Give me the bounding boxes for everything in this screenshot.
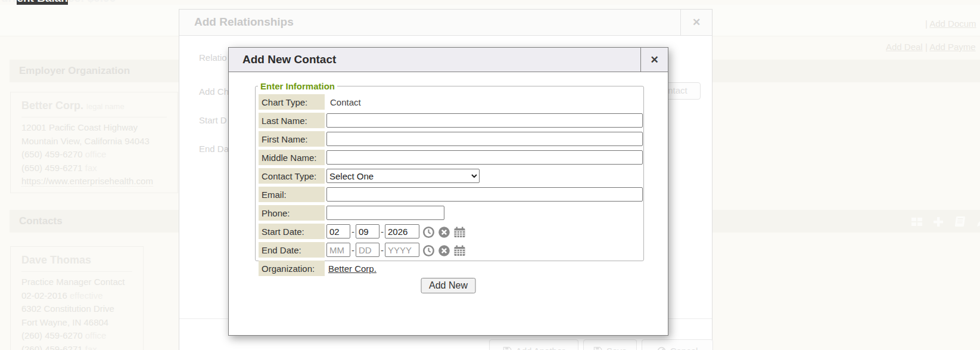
middle-name-input[interactable] — [326, 150, 643, 165]
save-button[interactable]: Save — [583, 339, 637, 350]
add-deal-link[interactable]: Add Deal — [886, 42, 923, 52]
employer-address1: 12001 Pacific Coast Highway — [21, 121, 178, 135]
employer-card: Better Corp. legal name 12001 Pacific Co… — [10, 92, 178, 193]
add-new-contact-modal: Add New Contact ✕ Enter Information Char… — [228, 47, 668, 336]
email-label: Email: — [259, 187, 325, 202]
close-icon[interactable]: ✕ — [680, 10, 712, 35]
cancel-button[interactable]: Cancel — [642, 339, 713, 350]
divider — [21, 117, 167, 117]
add-new-button[interactable]: Add New — [421, 278, 476, 293]
contact-type-row: Contact Type: Select One — [259, 168, 643, 184]
calendar-icon[interactable] — [453, 226, 466, 239]
fieldset-legend: Enter Information — [258, 81, 337, 91]
plus-icon[interactable] — [932, 215, 945, 228]
close-icon[interactable]: ✕ — [640, 48, 668, 72]
clock-icon[interactable] — [422, 244, 435, 257]
add-chart-label-fragment: Add Ch — [199, 86, 229, 97]
contact-form-table: Chart Type: Contact Last Name: First Nam… — [259, 91, 643, 279]
relationship-label-fragment: Relatio — [199, 52, 227, 63]
first-name-row: First Name: — [259, 131, 643, 147]
add-new-contact-header: Add New Contact ✕ — [229, 48, 668, 72]
contact-type-label: Contact Type: — [259, 168, 325, 184]
phone-row: Phone: — [259, 205, 643, 221]
contact-effective-date: 02-02-2016 effective — [21, 289, 143, 303]
phone-input[interactable] — [326, 206, 444, 220]
start-date-day-input[interactable] — [356, 224, 379, 239]
employer-fax: (650) 459-6271 fax — [21, 162, 178, 175]
contact-fax: (260) 459-6271 fax — [21, 343, 143, 350]
floppy-icon — [503, 346, 512, 350]
start-date-year-input[interactable] — [385, 224, 419, 239]
start-date-label: Start Date: — [259, 224, 325, 239]
last-name-row: Last Name: — [259, 113, 643, 128]
middle-name-label: Middle Name: — [259, 150, 325, 165]
middle-name-row: Middle Name: — [259, 150, 643, 165]
add-document-link[interactable]: Add Docum — [929, 18, 976, 29]
organization-link[interactable]: Better Corp. — [326, 264, 377, 274]
chart-type-row: Chart Type: Contact — [259, 94, 643, 110]
chart-type-value: Contact — [326, 97, 361, 107]
deal-links-row: Add Deal | Add Payme — [886, 42, 976, 52]
legal-name-note: legal name — [86, 102, 125, 111]
add-another-button[interactable]: Add Another — [489, 339, 578, 350]
end-date-year-input[interactable] — [385, 243, 419, 257]
organization-label: Organization: — [259, 261, 325, 276]
add-relationships-header: Add Relationships ✕ — [179, 10, 712, 36]
contact-address1: 6302 Constitution Drive — [21, 302, 143, 316]
start-date-label-fragment: Start D — [199, 115, 227, 125]
enter-information-fieldset: Enter Information Chart Type: Contact La… — [255, 81, 644, 261]
contact-type-select[interactable]: Select One — [326, 169, 480, 183]
end-date-label-fragment: End Da — [199, 144, 229, 154]
employer-website: https://www.enterprisehealth.com — [21, 175, 178, 188]
floppy-icon — [593, 346, 602, 350]
contact-address2: Fort Wayne, IN 46804 — [21, 316, 143, 330]
clear-icon[interactable] — [438, 226, 450, 239]
end-date-day-input[interactable] — [356, 243, 379, 257]
email-input[interactable] — [326, 187, 643, 202]
end-date-row: End Date: -- — [259, 242, 643, 258]
book-icon[interactable] — [953, 215, 966, 228]
email-row: Email: — [259, 187, 643, 202]
first-name-label: First Name: — [259, 131, 325, 147]
top-links-row: | Add Docum — [925, 18, 976, 29]
employer-phone: (650) 459-6270 office — [21, 148, 178, 162]
organization-row: Organization: Better Corp. — [259, 261, 643, 276]
add-relationships-title: Add Relationships — [179, 10, 680, 35]
contact-name: Dave Thomas — [21, 254, 143, 267]
last-name-input[interactable] — [326, 113, 643, 128]
calendar-icon[interactable] — [453, 244, 466, 257]
clear-icon[interactable] — [438, 244, 450, 257]
contact-phone: (260) 459-6270 office — [21, 329, 143, 343]
website-link[interactable]: https://www.enterprisehealth.com — [21, 176, 153, 187]
end-date-month-input[interactable] — [326, 243, 350, 257]
employer-name: Better Corp. legal name — [21, 100, 178, 112]
last-name-label: Last Name: — [259, 113, 325, 128]
balance-text: urrent Balance: $0.00 — [1, 0, 116, 5]
cancel-circle-icon — [657, 346, 666, 350]
end-date-label: End Date: — [259, 242, 325, 258]
contact-role: Practice Manager Contact — [21, 275, 143, 289]
add-new-contact-title: Add New Contact — [229, 48, 640, 72]
add-payment-link[interactable]: Add Payme — [929, 42, 976, 52]
chart-type-label: Chart Type: — [259, 94, 325, 110]
pencil-icon[interactable] — [975, 216, 980, 229]
start-date-row: Start Date: -- — [259, 224, 643, 239]
link-separator: | — [925, 42, 928, 52]
grid-icon[interactable] — [910, 215, 923, 228]
clock-icon[interactable] — [422, 226, 435, 239]
start-date-month-input[interactable] — [326, 224, 350, 239]
contact-card: Dave Thomas Practice Manager Contact 02-… — [10, 246, 144, 350]
first-name-input[interactable] — [326, 132, 643, 146]
employer-address2: Mountain View, California 94043 — [21, 135, 178, 148]
divider — [21, 271, 132, 272]
link-separator: | — [925, 18, 928, 29]
phone-label: Phone: — [259, 205, 325, 221]
